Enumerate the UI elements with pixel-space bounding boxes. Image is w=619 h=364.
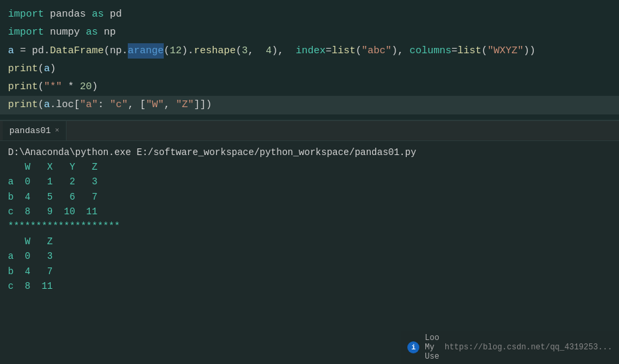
keyword-import2: import [8, 25, 44, 40]
status-tooltip-text: LooMyUse [425, 333, 439, 361]
code-line-3: a = pd.DataFrame(np.arange(12).reshape(3… [0, 42, 619, 60]
term-line-header2: W Z [8, 234, 611, 249]
keyword-as: as [92, 7, 104, 22]
term-line-a2: a 0 3 [8, 249, 611, 264]
terminal-tab-pandas01[interactable]: pandas01 × [3, 121, 67, 140]
info-icon-label: i [411, 343, 416, 351]
term-line-header: W X Y Z [8, 160, 611, 174]
keyword-import: import [8, 7, 44, 22]
term-line-b2: b 4 7 [8, 264, 611, 279]
code-line-2: import numpy as np [0, 23, 619, 41]
info-icon: i [407, 341, 419, 353]
code-line-5: print("*" * 20) [0, 78, 619, 96]
term-line-stars: ******************** [8, 219, 611, 234]
terminal-output: D:\Anaconda\python.exe E:/software_works… [0, 141, 619, 298]
status-bar: i LooMyUse https://blog.csdn.net/qq_4319… [401, 331, 619, 364]
status-url: https://blog.csdn.net/qq_4319253... [445, 343, 612, 352]
code-line-1: import pandas as pd [0, 5, 619, 23]
terminal-tab-bar: pandas01 × [0, 121, 619, 141]
term-line-b: b 4 5 6 7 [8, 190, 611, 204]
code-line-4: print(a) [0, 60, 619, 78]
keyword-as2: as [86, 25, 98, 40]
tab-label: pandas01 [9, 126, 51, 136]
term-line-c: c 8 9 10 11 [8, 204, 611, 219]
term-line-path: D:\Anaconda\python.exe E:/software_works… [8, 145, 611, 160]
code-line-6: print(a.loc["a": "c", ["W", "Z"]]) [0, 96, 619, 114]
code-editor: import pandas as pd import numpy as np a… [0, 0, 619, 121]
term-line-a: a 0 1 2 3 [8, 174, 611, 189]
tab-close-button[interactable]: × [55, 126, 59, 134]
term-line-c2: c 8 11 [8, 279, 611, 293]
terminal-area: pandas01 × D:\Anaconda\python.exe E:/sof… [0, 121, 619, 298]
